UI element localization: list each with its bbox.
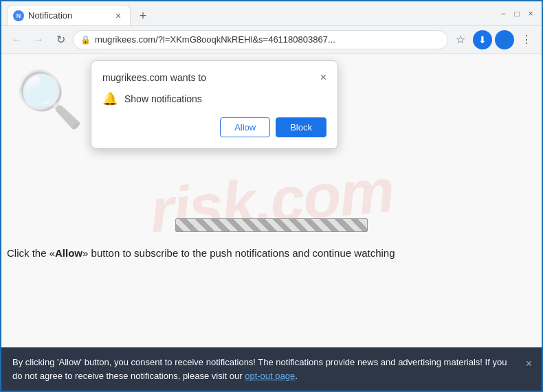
bookmark-button[interactable]: ☆ <box>451 30 470 49</box>
bottom-banner: By clicking 'Allow' button, you consent … <box>1 347 542 391</box>
lock-icon: 🔒 <box>80 35 91 45</box>
tab-title: Notification <box>28 10 108 21</box>
maximize-button[interactable]: □ <box>511 8 522 19</box>
tab-area: N Notification × + <box>7 1 492 25</box>
allow-button[interactable]: Allow <box>220 117 270 137</box>
watermark-text: risk.com <box>147 154 396 246</box>
popup-buttons: Allow Block <box>102 117 326 137</box>
tab-favicon: N <box>13 10 24 21</box>
download-button[interactable]: ⬇ <box>473 30 492 49</box>
watermark-search-icon: 🔍 <box>15 67 84 132</box>
browser-window: N Notification × + − □ × ← → ↻ 🔒 mugrike… <box>1 1 542 391</box>
popup-title: mugrikees.com wants to <box>102 72 206 83</box>
toolbar: ← → ↻ 🔒 mugrikees.com/?l=XKmG8ooqkNkREHl… <box>1 26 542 54</box>
window-controls: − □ × <box>492 8 536 19</box>
window-close-button[interactable]: × <box>525 8 536 19</box>
refresh-button[interactable]: ↻ <box>51 30 70 49</box>
block-button[interactable]: Block <box>276 117 326 137</box>
address-bar[interactable]: 🔒 mugrikees.com/?l=XKmG8ooqkNkREHl&s=461… <box>73 30 448 49</box>
forward-button[interactable]: → <box>29 30 48 49</box>
opt-out-link[interactable]: opt-out page <box>245 371 295 381</box>
address-text: mugrikees.com/?l=XKmG8ooqkNkREHl&s=46118… <box>95 34 441 45</box>
popup-permission-row: 🔔 Show notifications <box>102 91 326 106</box>
popup-close-button[interactable]: × <box>320 72 326 83</box>
page-content: 🔍 risk.com mugrikees.com wants to × 🔔 Sh… <box>1 54 542 347</box>
popup-header: mugrikees.com wants to × <box>102 72 326 83</box>
tab-close-button[interactable]: × <box>112 10 124 22</box>
new-tab-button[interactable]: + <box>133 6 153 25</box>
menu-button[interactable]: ⋮ <box>517 30 536 49</box>
banner-close-button[interactable]: × <box>526 356 532 372</box>
permission-text: Show notifications <box>124 93 202 104</box>
minimize-button[interactable]: − <box>498 8 509 19</box>
progress-area <box>175 218 368 232</box>
profile-button[interactable]: 👤 <box>495 30 514 49</box>
notification-popup: mugrikees.com wants to × 🔔 Show notifica… <box>91 60 338 149</box>
back-button[interactable]: ← <box>7 30 26 49</box>
active-tab[interactable]: N Notification × <box>7 5 131 25</box>
bell-icon: 🔔 <box>102 91 118 106</box>
title-bar: N Notification × + − □ × <box>1 1 542 26</box>
instruction-text: Click the «Allow» button to subscribe to… <box>7 246 536 260</box>
progress-bar <box>175 218 368 232</box>
allow-emphasis: Allow <box>55 247 82 259</box>
banner-text-after: . <box>295 371 298 381</box>
